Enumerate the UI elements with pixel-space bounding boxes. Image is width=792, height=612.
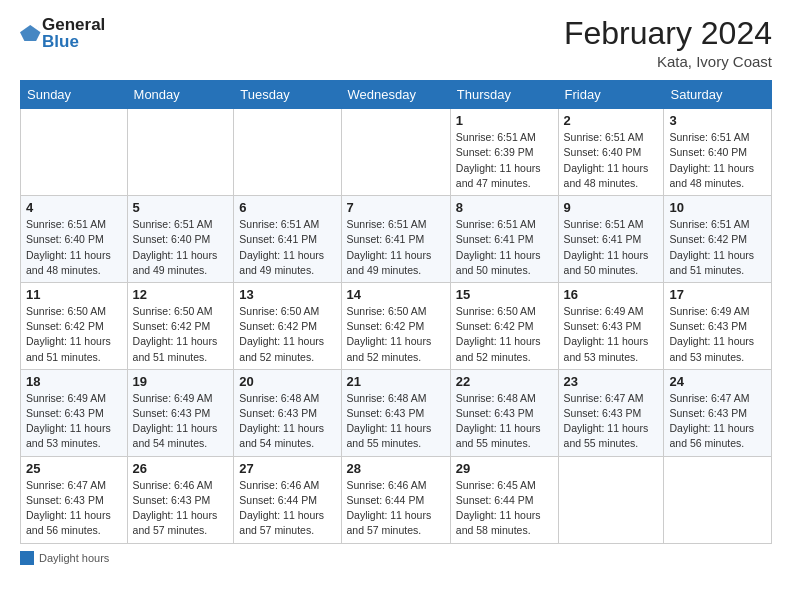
day-info: Sunrise: 6:48 AM Sunset: 6:43 PM Dayligh…: [456, 391, 553, 452]
calendar-week-3: 11Sunrise: 6:50 AM Sunset: 6:42 PM Dayli…: [21, 282, 772, 369]
day-info: Sunrise: 6:49 AM Sunset: 6:43 PM Dayligh…: [564, 304, 659, 365]
calendar-cell: 12Sunrise: 6:50 AM Sunset: 6:42 PM Dayli…: [127, 282, 234, 369]
day-info: Sunrise: 6:49 AM Sunset: 6:43 PM Dayligh…: [669, 304, 766, 365]
day-number: 22: [456, 374, 553, 389]
day-number: 29: [456, 461, 553, 476]
day-info: Sunrise: 6:46 AM Sunset: 6:43 PM Dayligh…: [133, 478, 229, 539]
main-title: February 2024: [564, 16, 772, 51]
logo-blue: Blue: [42, 33, 105, 50]
day-number: 21: [347, 374, 445, 389]
day-info: Sunrise: 6:46 AM Sunset: 6:44 PM Dayligh…: [239, 478, 335, 539]
day-number: 4: [26, 200, 122, 215]
calendar-week-5: 25Sunrise: 6:47 AM Sunset: 6:43 PM Dayli…: [21, 456, 772, 543]
calendar-cell: 6Sunrise: 6:51 AM Sunset: 6:41 PM Daylig…: [234, 196, 341, 283]
day-info: Sunrise: 6:51 AM Sunset: 6:40 PM Dayligh…: [26, 217, 122, 278]
day-number: 16: [564, 287, 659, 302]
calendar-week-2: 4Sunrise: 6:51 AM Sunset: 6:40 PM Daylig…: [21, 196, 772, 283]
logo-icon: [20, 22, 42, 44]
day-info: Sunrise: 6:51 AM Sunset: 6:41 PM Dayligh…: [347, 217, 445, 278]
footer-daylight-item: Daylight hours: [20, 551, 109, 565]
day-info: Sunrise: 6:51 AM Sunset: 6:41 PM Dayligh…: [239, 217, 335, 278]
day-number: 3: [669, 113, 766, 128]
calendar-cell: 13Sunrise: 6:50 AM Sunset: 6:42 PM Dayli…: [234, 282, 341, 369]
calendar-cell: 28Sunrise: 6:46 AM Sunset: 6:44 PM Dayli…: [341, 456, 450, 543]
day-number: 28: [347, 461, 445, 476]
day-info: Sunrise: 6:47 AM Sunset: 6:43 PM Dayligh…: [669, 391, 766, 452]
day-info: Sunrise: 6:47 AM Sunset: 6:43 PM Dayligh…: [564, 391, 659, 452]
day-info: Sunrise: 6:50 AM Sunset: 6:42 PM Dayligh…: [347, 304, 445, 365]
calendar-cell: 22Sunrise: 6:48 AM Sunset: 6:43 PM Dayli…: [450, 369, 558, 456]
day-info: Sunrise: 6:51 AM Sunset: 6:40 PM Dayligh…: [564, 130, 659, 191]
footer-daylight-label: Daylight hours: [39, 552, 109, 564]
calendar-cell: 2Sunrise: 6:51 AM Sunset: 6:40 PM Daylig…: [558, 109, 664, 196]
day-number: 23: [564, 374, 659, 389]
calendar-cell: 16Sunrise: 6:49 AM Sunset: 6:43 PM Dayli…: [558, 282, 664, 369]
day-info: Sunrise: 6:51 AM Sunset: 6:40 PM Dayligh…: [669, 130, 766, 191]
footer: Daylight hours: [20, 551, 772, 565]
calendar-cell: 15Sunrise: 6:50 AM Sunset: 6:42 PM Dayli…: [450, 282, 558, 369]
calendar-cell: 23Sunrise: 6:47 AM Sunset: 6:43 PM Dayli…: [558, 369, 664, 456]
day-info: Sunrise: 6:50 AM Sunset: 6:42 PM Dayligh…: [26, 304, 122, 365]
day-info: Sunrise: 6:50 AM Sunset: 6:42 PM Dayligh…: [133, 304, 229, 365]
day-info: Sunrise: 6:50 AM Sunset: 6:42 PM Dayligh…: [456, 304, 553, 365]
header-tuesday: Tuesday: [234, 81, 341, 109]
day-number: 13: [239, 287, 335, 302]
header-saturday: Saturday: [664, 81, 772, 109]
calendar-cell: 26Sunrise: 6:46 AM Sunset: 6:43 PM Dayli…: [127, 456, 234, 543]
calendar-cell: 27Sunrise: 6:46 AM Sunset: 6:44 PM Dayli…: [234, 456, 341, 543]
day-info: Sunrise: 6:51 AM Sunset: 6:42 PM Dayligh…: [669, 217, 766, 278]
day-number: 25: [26, 461, 122, 476]
day-info: Sunrise: 6:48 AM Sunset: 6:43 PM Dayligh…: [239, 391, 335, 452]
header-friday: Friday: [558, 81, 664, 109]
title-block: February 2024 Kata, Ivory Coast: [564, 16, 772, 70]
calendar-cell: 29Sunrise: 6:45 AM Sunset: 6:44 PM Dayli…: [450, 456, 558, 543]
day-number: 15: [456, 287, 553, 302]
day-number: 7: [347, 200, 445, 215]
day-number: 9: [564, 200, 659, 215]
day-number: 24: [669, 374, 766, 389]
day-number: 14: [347, 287, 445, 302]
day-info: Sunrise: 6:51 AM Sunset: 6:41 PM Dayligh…: [456, 217, 553, 278]
calendar-cell: 25Sunrise: 6:47 AM Sunset: 6:43 PM Dayli…: [21, 456, 128, 543]
day-info: Sunrise: 6:51 AM Sunset: 6:40 PM Dayligh…: [133, 217, 229, 278]
day-number: 11: [26, 287, 122, 302]
day-number: 5: [133, 200, 229, 215]
calendar-cell: 20Sunrise: 6:48 AM Sunset: 6:43 PM Dayli…: [234, 369, 341, 456]
calendar-cell: 24Sunrise: 6:47 AM Sunset: 6:43 PM Dayli…: [664, 369, 772, 456]
day-info: Sunrise: 6:48 AM Sunset: 6:43 PM Dayligh…: [347, 391, 445, 452]
calendar-cell: 9Sunrise: 6:51 AM Sunset: 6:41 PM Daylig…: [558, 196, 664, 283]
day-number: 20: [239, 374, 335, 389]
logo-general: General: [42, 16, 105, 33]
calendar-cell: 1Sunrise: 6:51 AM Sunset: 6:39 PM Daylig…: [450, 109, 558, 196]
day-number: 2: [564, 113, 659, 128]
calendar-cell: [234, 109, 341, 196]
calendar-cell: 17Sunrise: 6:49 AM Sunset: 6:43 PM Dayli…: [664, 282, 772, 369]
day-number: 27: [239, 461, 335, 476]
calendar-cell: [21, 109, 128, 196]
day-info: Sunrise: 6:49 AM Sunset: 6:43 PM Dayligh…: [26, 391, 122, 452]
day-number: 10: [669, 200, 766, 215]
day-info: Sunrise: 6:50 AM Sunset: 6:42 PM Dayligh…: [239, 304, 335, 365]
day-info: Sunrise: 6:45 AM Sunset: 6:44 PM Dayligh…: [456, 478, 553, 539]
day-number: 17: [669, 287, 766, 302]
calendar-cell: [558, 456, 664, 543]
calendar-header-row: SundayMondayTuesdayWednesdayThursdayFrid…: [21, 81, 772, 109]
calendar-cell: 14Sunrise: 6:50 AM Sunset: 6:42 PM Dayli…: [341, 282, 450, 369]
calendar-cell: 11Sunrise: 6:50 AM Sunset: 6:42 PM Dayli…: [21, 282, 128, 369]
calendar-cell: 19Sunrise: 6:49 AM Sunset: 6:43 PM Dayli…: [127, 369, 234, 456]
calendar-cell: [664, 456, 772, 543]
calendar-cell: [127, 109, 234, 196]
header-sunday: Sunday: [21, 81, 128, 109]
calendar-cell: 7Sunrise: 6:51 AM Sunset: 6:41 PM Daylig…: [341, 196, 450, 283]
calendar-cell: [341, 109, 450, 196]
header-monday: Monday: [127, 81, 234, 109]
day-info: Sunrise: 6:46 AM Sunset: 6:44 PM Dayligh…: [347, 478, 445, 539]
day-info: Sunrise: 6:47 AM Sunset: 6:43 PM Dayligh…: [26, 478, 122, 539]
svg-marker-0: [20, 25, 41, 41]
footer-box-icon: [20, 551, 34, 565]
day-number: 19: [133, 374, 229, 389]
calendar-cell: 18Sunrise: 6:49 AM Sunset: 6:43 PM Dayli…: [21, 369, 128, 456]
day-number: 26: [133, 461, 229, 476]
day-number: 6: [239, 200, 335, 215]
calendar-cell: 10Sunrise: 6:51 AM Sunset: 6:42 PM Dayli…: [664, 196, 772, 283]
